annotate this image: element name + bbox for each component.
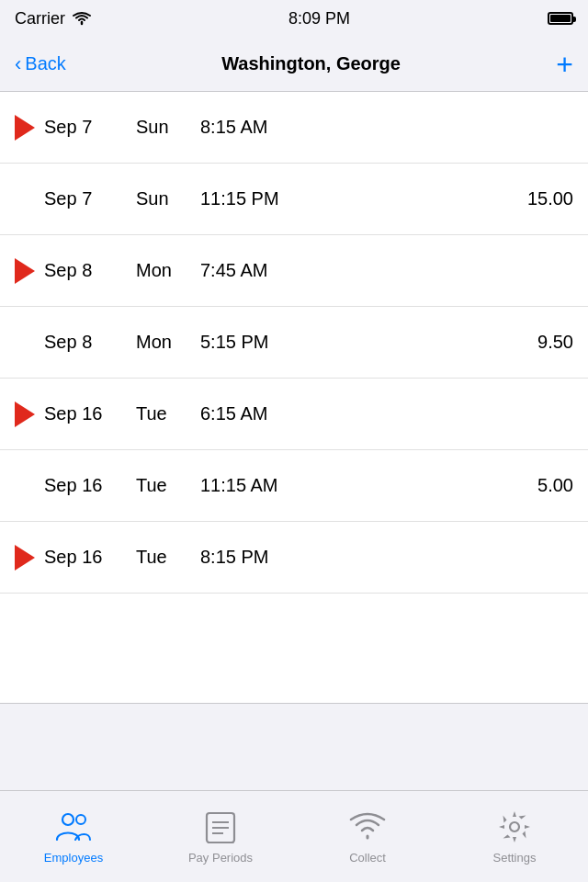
tab-collect[interactable]: Collect bbox=[294, 791, 441, 882]
nav-bar: ‹ Back Washington, George + bbox=[0, 37, 588, 92]
row-day: Tue bbox=[136, 475, 200, 496]
row-date: Sep 8 bbox=[44, 260, 136, 281]
row-time: 6:15 AM bbox=[200, 403, 518, 424]
add-button[interactable]: + bbox=[556, 50, 573, 79]
row-day: Sun bbox=[136, 117, 200, 138]
svg-point-6 bbox=[510, 822, 519, 831]
row-time: 5:15 PM bbox=[200, 332, 518, 353]
employees-icon bbox=[55, 808, 92, 845]
row-arrow-indicator bbox=[15, 258, 37, 284]
tab-pay-periods[interactable]: Pay Periods bbox=[147, 791, 294, 882]
red-arrow-icon bbox=[15, 258, 35, 284]
row-time: 8:15 AM bbox=[200, 117, 518, 138]
row-date: Sep 8 bbox=[44, 332, 136, 353]
row-time: 11:15 PM bbox=[200, 188, 518, 209]
row-day: Mon bbox=[136, 260, 200, 281]
settings-icon bbox=[496, 808, 533, 845]
table-row[interactable]: Sep 7Sun11:15 PM15.00 bbox=[0, 164, 588, 235]
row-date: Sep 16 bbox=[44, 403, 136, 424]
row-arrow-indicator bbox=[15, 545, 37, 571]
status-time: 8:09 PM bbox=[288, 9, 350, 28]
row-day: Tue bbox=[136, 547, 200, 568]
table-row[interactable]: Sep 16Tue8:15 PM bbox=[0, 522, 588, 594]
status-bar: Carrier 8:09 PM bbox=[0, 0, 588, 37]
row-date: Sep 7 bbox=[44, 117, 136, 138]
row-time: 11:15 AM bbox=[200, 475, 518, 496]
red-arrow-icon bbox=[15, 545, 35, 571]
row-hours: 9.50 bbox=[518, 332, 573, 353]
back-label: Back bbox=[25, 53, 65, 74]
svg-point-1 bbox=[76, 815, 85, 824]
row-date: Sep 7 bbox=[44, 188, 136, 209]
row-day: Mon bbox=[136, 332, 200, 353]
back-arrow-icon: ‹ bbox=[15, 52, 21, 76]
row-hours: 5.00 bbox=[518, 475, 573, 496]
red-arrow-icon bbox=[15, 401, 35, 427]
carrier-label: Carrier bbox=[15, 9, 91, 28]
time-entries-table: Sep 7Sun8:15 AMSep 7Sun11:15 PM15.00Sep … bbox=[0, 92, 588, 594]
empty-area bbox=[0, 594, 588, 704]
collect-icon bbox=[349, 808, 386, 845]
table-row[interactable]: Sep 16Tue6:15 AM bbox=[0, 379, 588, 450]
wifi-icon bbox=[73, 11, 91, 26]
tab-employees[interactable]: Employees bbox=[0, 791, 147, 882]
status-battery bbox=[548, 12, 573, 25]
table-row[interactable]: Sep 16Tue11:15 AM5.00 bbox=[0, 450, 588, 522]
row-time: 7:45 AM bbox=[200, 260, 518, 281]
row-day: Tue bbox=[136, 403, 200, 424]
spacer bbox=[0, 704, 588, 790]
row-arrow-indicator bbox=[15, 401, 37, 427]
tab-employees-label: Employees bbox=[44, 851, 103, 865]
pay-periods-icon bbox=[202, 808, 239, 845]
row-time: 8:15 PM bbox=[200, 547, 518, 568]
tab-bar: Employees Pay Periods Collect bbox=[0, 790, 588, 882]
page-title: Washington, George bbox=[221, 53, 401, 74]
svg-point-0 bbox=[62, 814, 74, 825]
table-row[interactable]: Sep 7Sun8:15 AM bbox=[0, 92, 588, 164]
table-row[interactable]: Sep 8Mon5:15 PM9.50 bbox=[0, 307, 588, 379]
row-date: Sep 16 bbox=[44, 547, 136, 568]
tab-pay-periods-label: Pay Periods bbox=[188, 851, 253, 865]
tab-collect-label: Collect bbox=[349, 851, 386, 865]
row-arrow-indicator bbox=[15, 115, 37, 141]
back-button[interactable]: ‹ Back bbox=[15, 52, 66, 76]
tab-settings[interactable]: Settings bbox=[441, 791, 588, 882]
red-arrow-icon bbox=[15, 115, 35, 141]
table-row[interactable]: Sep 8Mon7:45 AM bbox=[0, 235, 588, 307]
tab-settings-label: Settings bbox=[493, 851, 537, 865]
row-hours: 15.00 bbox=[518, 188, 573, 209]
row-date: Sep 16 bbox=[44, 475, 136, 496]
row-day: Sun bbox=[136, 188, 200, 209]
